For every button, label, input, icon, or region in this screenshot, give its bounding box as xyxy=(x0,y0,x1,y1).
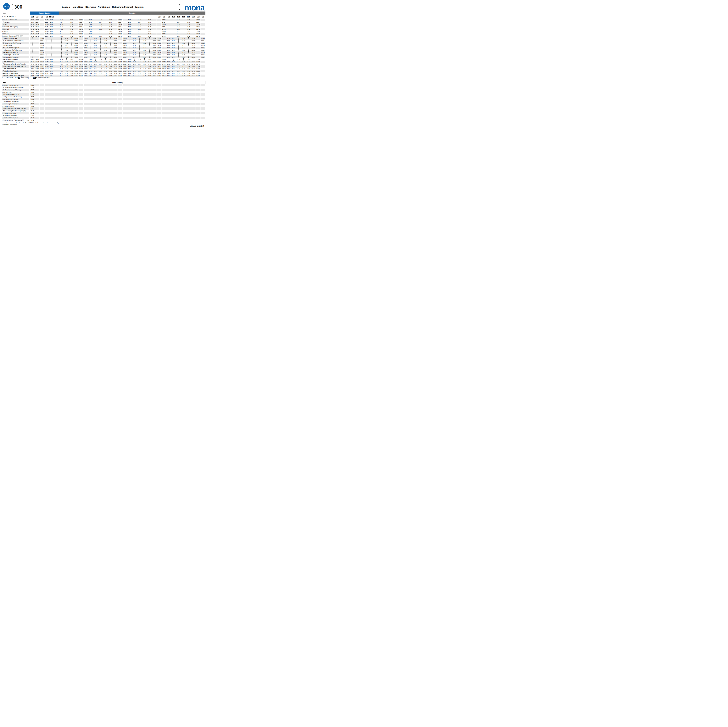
empty-cell xyxy=(200,98,206,100)
empty-cell xyxy=(162,103,167,105)
valid-from: gültig ab: 14.12.2025 xyxy=(190,125,204,127)
time-cell: 14.50 xyxy=(137,67,142,70)
no-stop-cell xyxy=(162,37,167,40)
empty-cell xyxy=(54,56,59,58)
badge-cell: HS xyxy=(30,16,35,17)
empty-cell xyxy=(181,23,186,26)
empty-cell xyxy=(93,21,98,23)
empty-cell xyxy=(108,112,113,114)
time-cell: 07.16 xyxy=(64,75,69,77)
empty-cell xyxy=(122,117,127,119)
empty-cell xyxy=(152,100,157,103)
stop-name: - Rottachstr./Breite xyxy=(2,61,30,63)
no-stop-cell xyxy=(49,49,54,51)
no-stop-wave-icon xyxy=(76,58,76,61)
empty-cell xyxy=(35,98,40,100)
time-cell: 12.12 xyxy=(113,67,118,70)
empty-cell xyxy=(157,93,162,96)
empty-cell xyxy=(171,93,176,96)
empty-cell xyxy=(54,70,59,72)
no-stop-cell xyxy=(162,40,167,42)
no-stop-wave-icon xyxy=(32,51,33,54)
empty-cell xyxy=(191,119,196,121)
empty-cell xyxy=(181,107,186,110)
empty-cell xyxy=(127,110,132,112)
time-cell: 17.52 xyxy=(162,72,167,75)
time-cell: 18.02 xyxy=(167,42,171,44)
empty-cell xyxy=(40,110,44,112)
time-cell: 17.39 xyxy=(162,23,167,26)
no-stop-cell xyxy=(196,47,200,49)
empty-cell xyxy=(127,103,132,105)
time-cell: 12.59 xyxy=(122,37,127,40)
time-cell: 06.39 xyxy=(59,23,64,26)
empty-cell xyxy=(93,28,98,30)
time-cell: 20.46 xyxy=(40,75,44,77)
empty-cell xyxy=(152,89,157,91)
time-cell: 19.51 xyxy=(176,70,181,72)
empty-cell xyxy=(181,119,186,121)
time-cell: 17.12 xyxy=(157,67,162,70)
empty-cell xyxy=(167,107,171,110)
time-cell: 07.36 xyxy=(30,100,35,103)
time-cell: 21.45 xyxy=(44,35,49,37)
time-cell: 11.39 xyxy=(108,23,113,26)
empty-cell xyxy=(196,114,200,117)
no-stop-wave-icon xyxy=(51,51,52,54)
no-stop-wave-icon xyxy=(178,47,179,49)
empty-cell xyxy=(103,98,108,100)
no-stop-cell xyxy=(84,58,89,61)
empty-cell xyxy=(84,114,89,117)
empty-cell xyxy=(118,86,122,89)
empty-cell xyxy=(89,93,93,96)
no-stop-wave-icon xyxy=(61,37,62,40)
no-stop-cell xyxy=(176,40,181,42)
no-stop-cell xyxy=(186,40,191,42)
empty-cell xyxy=(147,107,152,110)
time-cell: 07.48 xyxy=(69,63,74,65)
time-cell: 07.35 xyxy=(30,98,35,100)
empty-cell xyxy=(147,117,152,119)
no-stop-wave-icon xyxy=(51,47,52,49)
empty-cell xyxy=(171,89,176,91)
empty-cell xyxy=(35,114,40,117)
empty-cell xyxy=(181,114,186,117)
empty-cell xyxy=(200,103,206,105)
stop-name: - T.-Dannheimer-Str./Vilsweg xyxy=(2,42,30,44)
time-cell: 23.36 xyxy=(196,18,200,21)
empty-cell xyxy=(89,103,93,105)
empty-cell xyxy=(84,26,89,28)
empty-cell xyxy=(103,21,108,23)
empty-cell xyxy=(127,119,132,121)
empty-cell xyxy=(122,103,127,105)
empty-cell xyxy=(157,18,162,21)
empty-cell xyxy=(142,30,147,33)
time-cell: 11.37 xyxy=(108,21,113,23)
empty-cell xyxy=(103,96,108,98)
time-cell: 19.45 xyxy=(176,35,181,37)
time-cell: 23.49 xyxy=(49,65,54,67)
empty-cell xyxy=(147,98,152,100)
time-cell: 21.48 xyxy=(44,63,49,65)
empty-cell xyxy=(118,117,122,119)
empty-cell xyxy=(49,112,54,114)
empty-cell xyxy=(137,103,142,105)
empty-cell xyxy=(98,112,103,114)
time-cell: 23.47 xyxy=(196,61,200,63)
no-stop-cell xyxy=(191,58,196,61)
empty-cell xyxy=(74,110,79,112)
no-stop-cell xyxy=(147,42,152,44)
no-stop-cell xyxy=(108,40,113,42)
time-cell: 16.10 xyxy=(152,63,157,65)
empty-cell xyxy=(176,98,181,100)
no-stop-wave-icon xyxy=(61,44,62,47)
time-cell: 07.10 xyxy=(64,63,69,65)
no-stop-wave-icon xyxy=(51,56,52,58)
no-stop-cell xyxy=(127,47,132,49)
empty-cell xyxy=(89,105,93,107)
time-cell: 07.44 xyxy=(30,117,35,119)
stop-name: - Adenauerring/Nordbrücke (Steig 6) xyxy=(2,63,30,65)
empty-cell xyxy=(69,105,74,107)
empty-cell xyxy=(152,30,157,33)
empty-cell xyxy=(118,107,122,110)
